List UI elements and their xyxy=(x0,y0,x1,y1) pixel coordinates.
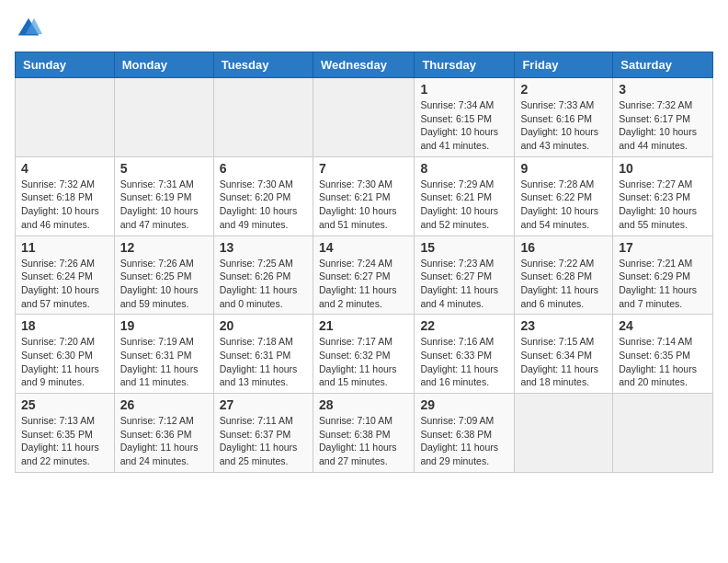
day-number: 4 xyxy=(21,161,108,176)
day-number: 22 xyxy=(420,318,508,333)
day-info: Sunrise: 7:31 AM Sunset: 6:19 PM Dayligh… xyxy=(120,178,208,232)
day-cell: 8Sunrise: 7:29 AM Sunset: 6:21 PM Daylig… xyxy=(415,156,515,236)
day-info: Sunrise: 7:23 AM Sunset: 6:27 PM Dayligh… xyxy=(420,257,508,311)
day-number: 17 xyxy=(619,240,707,255)
header-day-saturday: Saturday xyxy=(613,52,713,78)
day-info: Sunrise: 7:21 AM Sunset: 6:29 PM Dayligh… xyxy=(619,257,707,311)
day-info: Sunrise: 7:22 AM Sunset: 6:28 PM Dayligh… xyxy=(520,257,607,311)
week-row-5: 25Sunrise: 7:13 AM Sunset: 6:35 PM Dayli… xyxy=(16,394,713,473)
day-number: 14 xyxy=(319,240,408,255)
day-info: Sunrise: 7:12 AM Sunset: 6:36 PM Dayligh… xyxy=(120,414,208,468)
day-cell: 11Sunrise: 7:26 AM Sunset: 6:24 PM Dayli… xyxy=(16,236,115,315)
day-cell: 21Sunrise: 7:17 AM Sunset: 6:32 PM Dayli… xyxy=(313,315,414,394)
day-info: Sunrise: 7:19 AM Sunset: 6:31 PM Dayligh… xyxy=(120,335,208,389)
day-cell: 27Sunrise: 7:11 AM Sunset: 6:37 PM Dayli… xyxy=(213,394,313,473)
day-number: 7 xyxy=(319,161,408,176)
day-cell: 13Sunrise: 7:25 AM Sunset: 6:26 PM Dayli… xyxy=(213,236,313,315)
day-cell: 6Sunrise: 7:30 AM Sunset: 6:20 PM Daylig… xyxy=(213,156,313,236)
day-cell: 5Sunrise: 7:31 AM Sunset: 6:19 PM Daylig… xyxy=(114,156,213,236)
day-cell: 29Sunrise: 7:09 AM Sunset: 6:38 PM Dayli… xyxy=(415,394,515,473)
day-info: Sunrise: 7:26 AM Sunset: 6:24 PM Dayligh… xyxy=(21,257,108,311)
day-info: Sunrise: 7:33 AM Sunset: 6:16 PM Dayligh… xyxy=(520,98,607,153)
day-cell: 26Sunrise: 7:12 AM Sunset: 6:36 PM Dayli… xyxy=(114,394,213,473)
day-number: 29 xyxy=(420,397,508,412)
day-cell: 16Sunrise: 7:22 AM Sunset: 6:28 PM Dayli… xyxy=(515,236,613,315)
day-cell: 19Sunrise: 7:19 AM Sunset: 6:31 PM Dayli… xyxy=(114,315,213,394)
day-cell: 25Sunrise: 7:13 AM Sunset: 6:35 PM Dayli… xyxy=(16,394,115,473)
header-day-friday: Friday xyxy=(515,52,613,78)
day-number: 9 xyxy=(520,161,607,176)
day-number: 21 xyxy=(319,318,408,333)
day-number: 8 xyxy=(420,161,508,176)
calendar-body: 1Sunrise: 7:34 AM Sunset: 6:15 PM Daylig… xyxy=(16,78,713,473)
day-info: Sunrise: 7:25 AM Sunset: 6:26 PM Dayligh… xyxy=(220,257,307,311)
day-cell: 10Sunrise: 7:27 AM Sunset: 6:23 PM Dayli… xyxy=(613,156,713,236)
day-info: Sunrise: 7:28 AM Sunset: 6:22 PM Dayligh… xyxy=(520,178,607,232)
day-number: 16 xyxy=(520,240,607,255)
day-cell: 3Sunrise: 7:32 AM Sunset: 6:17 PM Daylig… xyxy=(613,78,713,157)
day-info: Sunrise: 7:16 AM Sunset: 6:33 PM Dayligh… xyxy=(420,335,508,389)
day-number: 20 xyxy=(220,318,307,333)
day-number: 28 xyxy=(319,397,408,412)
day-info: Sunrise: 7:34 AM Sunset: 6:15 PM Dayligh… xyxy=(420,98,508,153)
day-cell: 4Sunrise: 7:32 AM Sunset: 6:18 PM Daylig… xyxy=(16,156,115,236)
day-info: Sunrise: 7:32 AM Sunset: 6:18 PM Dayligh… xyxy=(21,178,108,232)
day-number: 13 xyxy=(220,240,307,255)
day-info: Sunrise: 7:15 AM Sunset: 6:34 PM Dayligh… xyxy=(520,335,607,389)
calendar-header: SundayMondayTuesdayWednesdayThursdayFrid… xyxy=(16,52,713,78)
day-cell: 20Sunrise: 7:18 AM Sunset: 6:31 PM Dayli… xyxy=(213,315,313,394)
week-row-1: 1Sunrise: 7:34 AM Sunset: 6:15 PM Daylig… xyxy=(16,78,713,157)
day-cell: 2Sunrise: 7:33 AM Sunset: 6:16 PM Daylig… xyxy=(515,78,613,157)
day-cell: 15Sunrise: 7:23 AM Sunset: 6:27 PM Dayli… xyxy=(415,236,515,315)
day-number: 1 xyxy=(420,82,508,97)
day-number: 25 xyxy=(21,397,108,412)
day-info: Sunrise: 7:11 AM Sunset: 6:37 PM Dayligh… xyxy=(220,414,307,468)
day-info: Sunrise: 7:24 AM Sunset: 6:27 PM Dayligh… xyxy=(319,257,408,311)
day-number: 27 xyxy=(220,397,307,412)
day-cell xyxy=(114,78,213,157)
day-info: Sunrise: 7:18 AM Sunset: 6:31 PM Dayligh… xyxy=(220,335,307,389)
header-day-monday: Monday xyxy=(114,52,213,78)
header-day-wednesday: Wednesday xyxy=(313,52,414,78)
day-cell: 18Sunrise: 7:20 AM Sunset: 6:30 PM Dayli… xyxy=(16,315,115,394)
day-cell: 23Sunrise: 7:15 AM Sunset: 6:34 PM Dayli… xyxy=(515,315,613,394)
day-info: Sunrise: 7:27 AM Sunset: 6:23 PM Dayligh… xyxy=(619,178,707,232)
week-row-3: 11Sunrise: 7:26 AM Sunset: 6:24 PM Dayli… xyxy=(16,236,713,315)
day-cell: 24Sunrise: 7:14 AM Sunset: 6:35 PM Dayli… xyxy=(613,315,713,394)
header-day-thursday: Thursday xyxy=(415,52,515,78)
day-info: Sunrise: 7:30 AM Sunset: 6:20 PM Dayligh… xyxy=(220,178,307,232)
day-cell: 1Sunrise: 7:34 AM Sunset: 6:15 PM Daylig… xyxy=(415,78,515,157)
day-number: 10 xyxy=(619,161,707,176)
day-cell: 12Sunrise: 7:26 AM Sunset: 6:25 PM Dayli… xyxy=(114,236,213,315)
day-cell xyxy=(613,394,713,473)
day-number: 19 xyxy=(120,318,208,333)
day-number: 12 xyxy=(120,240,208,255)
day-cell xyxy=(313,78,414,157)
logo-icon xyxy=(15,15,42,42)
day-cell: 28Sunrise: 7:10 AM Sunset: 6:38 PM Dayli… xyxy=(313,394,414,473)
day-cell xyxy=(16,78,115,157)
day-info: Sunrise: 7:29 AM Sunset: 6:21 PM Dayligh… xyxy=(420,178,508,232)
week-row-2: 4Sunrise: 7:32 AM Sunset: 6:18 PM Daylig… xyxy=(16,156,713,236)
day-info: Sunrise: 7:14 AM Sunset: 6:35 PM Dayligh… xyxy=(619,335,707,389)
day-info: Sunrise: 7:32 AM Sunset: 6:17 PM Dayligh… xyxy=(619,98,707,153)
day-info: Sunrise: 7:26 AM Sunset: 6:25 PM Dayligh… xyxy=(120,257,208,311)
day-info: Sunrise: 7:13 AM Sunset: 6:35 PM Dayligh… xyxy=(21,414,108,468)
day-cell: 22Sunrise: 7:16 AM Sunset: 6:33 PM Dayli… xyxy=(415,315,515,394)
page-header xyxy=(15,15,713,42)
day-number: 24 xyxy=(619,318,707,333)
day-number: 5 xyxy=(120,161,208,176)
calendar-table: SundayMondayTuesdayWednesdayThursdayFrid… xyxy=(15,52,713,473)
day-number: 6 xyxy=(220,161,307,176)
header-day-tuesday: Tuesday xyxy=(213,52,313,78)
day-cell: 14Sunrise: 7:24 AM Sunset: 6:27 PM Dayli… xyxy=(313,236,414,315)
day-number: 2 xyxy=(520,82,607,97)
day-number: 15 xyxy=(420,240,508,255)
day-info: Sunrise: 7:09 AM Sunset: 6:38 PM Dayligh… xyxy=(420,414,508,468)
day-info: Sunrise: 7:10 AM Sunset: 6:38 PM Dayligh… xyxy=(319,414,408,468)
day-info: Sunrise: 7:30 AM Sunset: 6:21 PM Dayligh… xyxy=(319,178,408,232)
day-cell xyxy=(213,78,313,157)
day-cell: 7Sunrise: 7:30 AM Sunset: 6:21 PM Daylig… xyxy=(313,156,414,236)
day-number: 11 xyxy=(21,240,108,255)
day-number: 18 xyxy=(21,318,108,333)
